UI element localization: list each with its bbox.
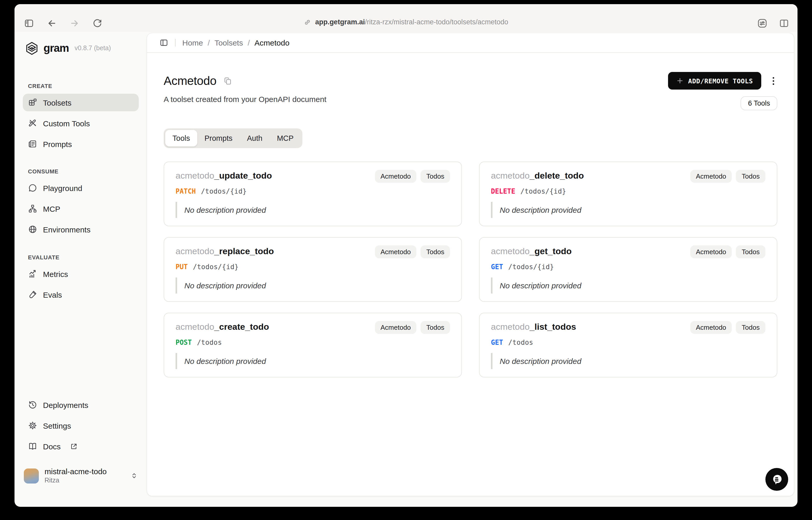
back-button-icon[interactable] — [47, 18, 57, 28]
page-title: Acmetodo — [163, 73, 217, 89]
gram-logo-icon — [25, 41, 39, 55]
breadcrumb-home[interactable]: Home — [182, 38, 203, 47]
tool-name: acmetodo_delete_todo — [491, 170, 584, 182]
workspace-avatar — [24, 468, 39, 483]
main-panel: Home / Toolsets / Acmetodo Acmetodo A to… — [147, 33, 794, 496]
sidebar-item-playground[interactable]: Playground — [23, 179, 139, 197]
sidebar-item-toolsets[interactable]: Toolsets — [23, 94, 139, 111]
sidebar-item-custom-tools[interactable]: Custom Tools — [23, 114, 139, 132]
tool-card-get-todo[interactable]: acmetodo_get_todo AcmetodoTodos GET/todo… — [479, 237, 777, 302]
url-path: /ritza-rzx/mistral-acme-todo/toolsets/ac… — [365, 18, 508, 26]
chat-bubble-icon — [770, 473, 784, 486]
workspace-name: mistral-acme-todo — [45, 467, 107, 476]
add-remove-tools-button[interactable]: ADD/REMOVE TOOLS — [668, 72, 761, 89]
sidebar-item-evals[interactable]: Evals — [23, 286, 139, 303]
section-label-create: CREATE — [28, 83, 139, 89]
tab-auth[interactable]: Auth — [240, 130, 270, 147]
sidebar-item-label: Evals — [43, 290, 62, 299]
toolbar-actions: ADD/REMOVE TOOLS — [668, 72, 777, 89]
sidebar-item-docs[interactable]: Docs — [23, 437, 139, 455]
tool-card-delete-todo[interactable]: acmetodo_delete_todo AcmetodoTodos DELET… — [479, 161, 777, 226]
http-route: POST/todos — [176, 339, 450, 346]
chat-support-button[interactable] — [765, 468, 788, 491]
sidebar-item-label: MCP — [43, 204, 60, 213]
playground-chat-icon — [28, 183, 37, 192]
tool-card-replace-todo[interactable]: acmetodo_replace_todo AcmetodoTodos PUT/… — [163, 237, 462, 302]
logo-wordmark: gram — [44, 42, 69, 54]
browser-window: app.getgram.ai/ritza-rzx/mistral-acme-to… — [15, 4, 797, 507]
metrics-chart-icon — [28, 269, 37, 279]
tool-card-update-todo[interactable]: acmetodo_update_todo AcmetodoTodos PATCH… — [163, 161, 462, 226]
page: app.getgram.ai/ritza-rzx/mistral-acme-to… — [0, 0, 812, 520]
tool-description: No description provided — [491, 278, 765, 293]
custom-tools-icon — [28, 119, 37, 128]
tag-acmetodo[interactable]: Acmetodo — [690, 321, 732, 334]
tag-todos[interactable]: Todos — [736, 245, 765, 258]
more-options-kebab-icon[interactable] — [769, 76, 777, 86]
tag-acmetodo[interactable]: Acmetodo — [690, 170, 732, 183]
toolsets-icon — [28, 98, 37, 107]
sidebar-item-metrics[interactable]: Metrics — [23, 265, 139, 283]
tool-description: No description provided — [491, 202, 765, 218]
breadcrumb-toolsets[interactable]: Toolsets — [214, 38, 243, 47]
external-link-icon — [70, 442, 78, 450]
tag-acmetodo[interactable]: Acmetodo — [375, 321, 416, 334]
tag-todos[interactable]: Todos — [421, 245, 450, 258]
tab-tools[interactable]: Tools — [165, 130, 197, 147]
tool-name: acmetodo_update_todo — [176, 170, 272, 182]
http-route: GET/todos/{id} — [491, 263, 765, 271]
docs-book-icon — [28, 442, 37, 451]
tool-card-list-todos[interactable]: acmetodo_list_todos AcmetodoTodos GET/to… — [479, 313, 777, 378]
collapse-sidebar-icon[interactable] — [159, 38, 168, 47]
sidebar-item-prompts[interactable]: Prompts — [23, 135, 139, 153]
logo[interactable]: gram v0.8.7 (beta) — [23, 32, 139, 58]
split-view-icon[interactable] — [779, 18, 789, 28]
address-bar[interactable]: app.getgram.ai/ritza-rzx/mistral-acme-to… — [304, 18, 508, 26]
tab-mcp[interactable]: MCP — [270, 130, 301, 147]
section-label-evaluate: EVALUATE — [28, 254, 139, 260]
breadcrumb-current: Acmetodo — [255, 38, 289, 47]
app-shell: gram v0.8.7 (beta) CREATE Toolsets Custo… — [15, 32, 797, 507]
http-route: PUT/todos/{id} — [176, 263, 450, 271]
forward-button-icon[interactable] — [69, 18, 80, 28]
sidebar-item-deployments[interactable]: Deployments — [23, 396, 139, 414]
section-label-consume: CONSUME — [28, 168, 139, 175]
tool-card-grid: acmetodo_update_todo AcmetodoTodos PATCH… — [163, 161, 777, 378]
chevron-up-down-icon — [130, 472, 138, 480]
breadcrumb-bar: Home / Toolsets / Acmetodo — [147, 33, 794, 53]
tag-acmetodo[interactable]: Acmetodo — [375, 245, 416, 258]
http-route: PATCH/todos/{id} — [176, 187, 450, 195]
tag-todos[interactable]: Todos — [421, 321, 450, 334]
settings-gear-icon — [28, 421, 37, 430]
tag-acmetodo[interactable]: Acmetodo — [690, 245, 732, 258]
workspace-switcher[interactable]: mistral-acme-todo Ritza — [23, 464, 139, 487]
breadcrumb-separator: / — [248, 38, 250, 47]
sidebar-item-environments[interactable]: Environments — [23, 220, 139, 238]
tool-description: No description provided — [176, 353, 450, 369]
copy-icon[interactable] — [223, 76, 232, 85]
environments-globe-icon — [28, 225, 37, 234]
browser-sidebar-toggle-icon[interactable] — [24, 18, 34, 28]
tag-todos[interactable]: Todos — [736, 170, 765, 183]
sidebar-item-label: Prompts — [43, 139, 72, 148]
browser-toolbar: app.getgram.ai/ritza-rzx/mistral-acme-to… — [15, 4, 797, 32]
sidebar-item-label: Deployments — [43, 400, 88, 409]
page-settings-icon[interactable] — [757, 18, 767, 28]
tab-prompts[interactable]: Prompts — [197, 130, 240, 147]
sidebar-item-label: Playground — [43, 183, 82, 192]
tool-description: No description provided — [176, 202, 450, 218]
tools-count-badge: 6 Tools — [741, 96, 777, 110]
tag-acmetodo[interactable]: Acmetodo — [375, 170, 416, 183]
sidebar-item-settings[interactable]: Settings — [23, 417, 139, 434]
tool-card-create-todo[interactable]: acmetodo_create_todo AcmetodoTodos POST/… — [163, 313, 462, 378]
url-host: app.getgram.ai — [315, 18, 365, 26]
prompts-icon — [28, 139, 37, 149]
sidebar-item-mcp[interactable]: MCP — [23, 200, 139, 217]
http-route: DELETE/todos/{id} — [491, 187, 765, 195]
sidebar-item-label: Environments — [43, 225, 91, 234]
sidebar-item-label: Metrics — [43, 269, 68, 278]
deployments-history-icon — [28, 400, 37, 410]
tag-todos[interactable]: Todos — [421, 170, 450, 183]
reload-button-icon[interactable] — [92, 18, 103, 28]
tag-todos[interactable]: Todos — [736, 321, 765, 334]
